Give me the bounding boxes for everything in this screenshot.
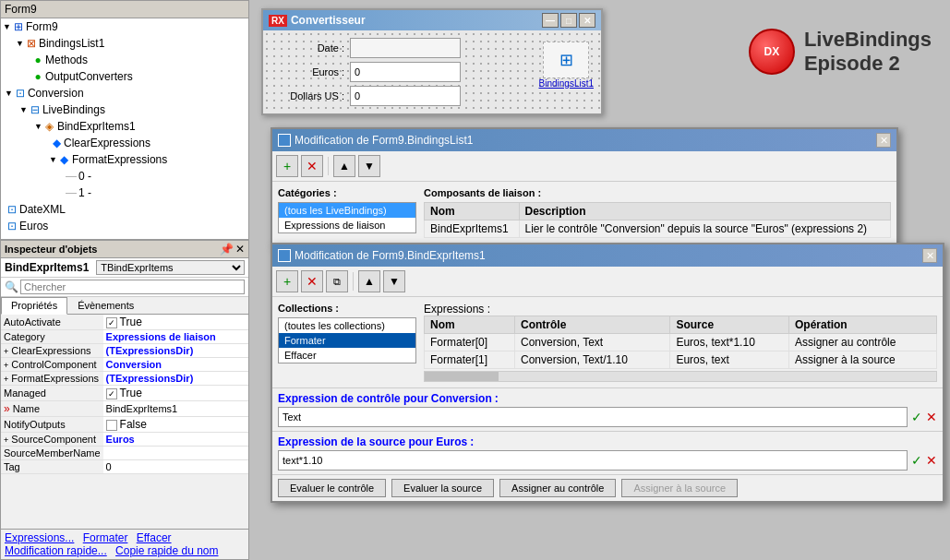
cat-expressions-liaison[interactable]: Expressions de liaison [279,218,415,232]
dialog2-icon [278,249,291,262]
prop-value[interactable] [103,447,248,460]
tree-item-datexml[interactable]: ⊡ DateXML [1,201,248,218]
prop-value[interactable]: □ False [103,417,248,433]
link-copie-rapide[interactable]: Copie rapide du nom [115,544,218,557]
expr-row-0[interactable]: Formater[0] Conversion, Text Euros, text… [425,334,937,351]
link-modification-rapide[interactable]: Modification rapide... [5,544,107,557]
tree-item-bindexpritems[interactable]: ▼ ◈ BindExprItems1 [1,118,248,135]
checkbox-icon[interactable]: □ [106,420,117,431]
expand-icon[interactable]: ▼ [49,155,57,164]
prop-value[interactable]: ✓ True [103,386,248,401]
toolbar2-add-button[interactable]: + [276,270,298,292]
prop-value[interactable]: Expressions de liaison [103,330,248,344]
tree-item-euros[interactable]: ⊡ Euros [1,218,248,231]
prop-value[interactable]: (TExpressionsDir) [103,344,248,358]
tree-item-conversion[interactable]: ▼ ⊡ Conversion [1,85,248,101]
toolbar-up-button[interactable]: ▲ [333,155,355,177]
control-expr-input[interactable] [278,407,908,427]
expr-row-1[interactable]: Formater[1] Conversion, Text/1.10 Euros,… [425,351,937,369]
expand-icon[interactable]: ▼ [19,105,28,114]
bindingslist-button[interactable]: ⊞ [543,42,589,78]
expand-icon[interactable]: ▼ [3,22,11,31]
scrollbar-thumb[interactable] [425,372,499,381]
expand-icon[interactable]: ▼ [16,39,24,48]
expand-icon[interactable]: + [4,361,8,370]
coll-formater[interactable]: Formater [279,333,415,348]
prop-value[interactable]: Conversion [103,358,248,372]
form-icon: ⊞ [11,19,26,34]
cat-all-livebindings[interactable]: (tous les LiveBindings) [279,203,415,218]
expand-icon[interactable]: + [4,375,8,384]
rx-icon: RX [269,15,287,27]
tree-item-outputconverters[interactable]: ● OutputConverters [1,68,248,85]
source-expr-input[interactable] [278,450,908,471]
pin-icon[interactable]: 📌 [220,243,234,256]
source-expr-label: Expression de la source pour Euros : [278,435,937,448]
toolbar2-up-button[interactable]: ▲ [358,270,380,292]
expand-icon[interactable]: + [4,347,8,356]
tree-item-methods[interactable]: ● Methods [1,52,248,68]
expr-cell-source: Euros, text*1.10 [670,334,789,351]
source-expr-ok-button[interactable]: ✓ [911,453,922,468]
checkbox-icon[interactable]: ✓ [106,388,117,399]
tree-item-livebindings[interactable]: ▼ ⊟ LiveBindings [1,101,248,118]
tab-events[interactable]: Évènements [67,297,144,314]
btn-evaluer-controle[interactable]: Evaluer le contrôle [278,479,386,497]
search-input[interactable] [20,280,245,294]
toolbar-add-button[interactable]: + [276,155,298,177]
search-icon: 🔍 [5,280,18,293]
tab-properties[interactable]: Propriétés [1,297,67,315]
btn-evaluer-source[interactable]: Evaluer la source [391,479,494,497]
source-expr-cancel-button[interactable]: ✕ [926,453,937,468]
coll-all[interactable]: (toutes les collections) [279,318,415,333]
link-effacer[interactable]: Effacer [137,531,172,544]
link-expressions[interactable]: Expressions... [5,531,74,544]
tree-item-bindingslist1[interactable]: ▼ ⊠ BindingsList1 [1,35,248,52]
toolbar2-copy-button[interactable]: ⧉ [326,270,348,292]
checkbox-icon[interactable]: ✓ [106,317,117,328]
link-formater[interactable]: Formater [83,531,128,544]
control-expr-ok-button[interactable]: ✓ [911,410,922,424]
horizontal-scrollbar[interactable] [424,371,937,382]
close-icon[interactable]: ✕ [235,243,245,256]
toolbar-down-button[interactable]: ▼ [358,155,380,177]
comp-row-bindexpritems[interactable]: BindExprItems1 Lier le contrôle "Convers… [425,220,891,238]
input-euros[interactable] [350,62,461,82]
tree-item-formatexpr[interactable]: ▼ ◆ FormatExpressions [1,151,248,168]
tree-label: DateXML [19,203,66,216]
btn-assigner-controle[interactable]: Assigner au contrôle [499,479,616,497]
prop-value[interactable]: ✓ True [103,315,248,330]
btn-assigner-source[interactable]: Assigner à la source [621,479,738,497]
expand-icon[interactable]: ▼ [5,89,13,98]
conv-row-euros: Euros : [271,62,534,82]
tree-item-1[interactable]: — 1 - [1,185,248,201]
dialog1-close-button[interactable]: ✕ [876,133,891,148]
maximize-button[interactable]: □ [560,13,577,28]
prop-name: Managed [1,386,103,401]
dialog2-close-button[interactable]: ✕ [922,248,937,263]
prop-value[interactable]: 0 [103,460,248,474]
object-type-select[interactable]: TBindExprItems [96,260,245,275]
expr-cell-nom: Formater[1] [425,351,515,369]
label-euros: Euros : [271,66,344,77]
tree-root[interactable]: ▼ ⊞ Form9 [1,18,248,35]
tree-item-0[interactable]: — 0 - [1,168,248,185]
prop-value[interactable]: BindExprItems1 [103,401,248,417]
close-button[interactable]: ✕ [579,13,595,28]
tree-label: OutputConverters [45,70,133,83]
expr-cell-nom: Formater[0] [425,334,515,351]
tree-label: 0 - [78,170,91,183]
expand-icon[interactable]: ▼ [34,122,42,131]
toolbar2-delete-button[interactable]: ✕ [301,270,323,292]
expand-icon[interactable]: + [4,435,8,445]
prop-value[interactable]: (TExpressionsDir) [103,372,248,386]
input-dollars[interactable] [350,86,461,106]
tree-item-clearexpr[interactable]: ◆ ClearExpressions [1,135,248,151]
prop-value[interactable]: Euros [103,433,248,447]
coll-effacer[interactable]: Effacer [279,348,415,363]
toolbar2-down-button[interactable]: ▼ [383,270,405,292]
minimize-button[interactable]: — [542,13,559,28]
toolbar-delete-button[interactable]: ✕ [301,155,323,177]
control-expr-cancel-button[interactable]: ✕ [926,410,937,424]
input-date[interactable] [350,38,461,58]
